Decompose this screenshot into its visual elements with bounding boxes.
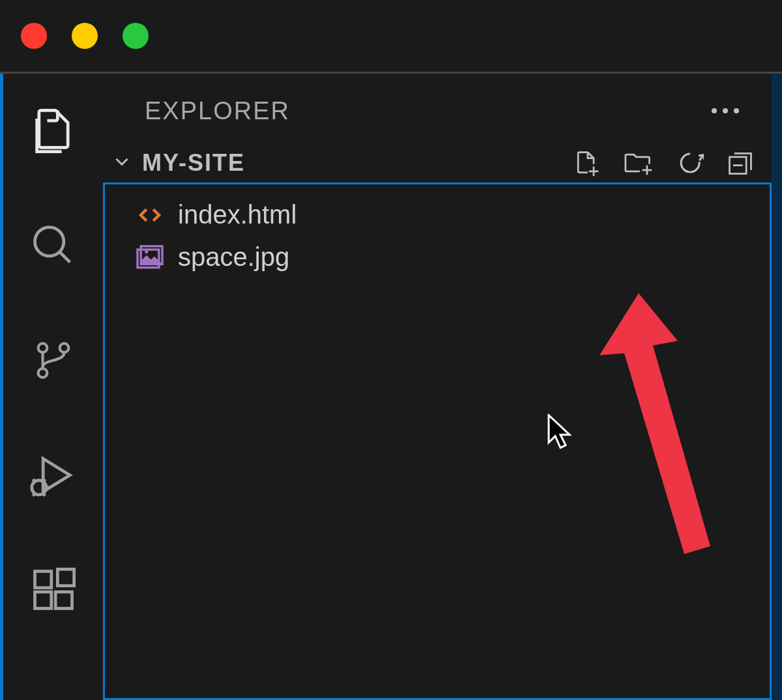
svg-rect-14 xyxy=(35,592,51,608)
svg-point-28 xyxy=(145,250,148,253)
folder-name: MY-SITE xyxy=(142,149,245,177)
title-bar xyxy=(0,0,782,72)
file-item-space-jpg[interactable]: space.jpg xyxy=(105,236,770,278)
collapse-all-icon[interactable] xyxy=(726,149,755,177)
minimize-window-button[interactable] xyxy=(72,23,98,49)
file-list[interactable]: index.html space.jpg xyxy=(103,182,772,700)
window-controls xyxy=(21,23,149,49)
svg-point-3 xyxy=(59,343,68,353)
svg-point-4 xyxy=(38,368,47,377)
sidebar-title: EXPLORER xyxy=(145,97,290,125)
svg-line-1 xyxy=(59,252,70,263)
debug-icon[interactable] xyxy=(29,450,78,500)
new-file-icon[interactable] xyxy=(572,149,601,177)
folder-header[interactable]: MY-SITE xyxy=(103,143,772,182)
svg-line-10 xyxy=(43,479,45,481)
file-name-label: index.html xyxy=(178,200,297,229)
svg-point-18 xyxy=(723,108,728,113)
sidebar: EXPLORER MY-SITE xyxy=(103,74,782,700)
svg-point-0 xyxy=(35,227,63,256)
new-folder-icon[interactable] xyxy=(623,149,654,177)
maximize-window-button[interactable] xyxy=(123,23,149,49)
search-icon[interactable] xyxy=(29,221,78,270)
svg-rect-15 xyxy=(55,592,72,608)
source-control-icon[interactable] xyxy=(29,336,78,385)
folder-actions xyxy=(572,149,761,177)
sidebar-header: EXPLORER xyxy=(103,74,772,143)
chevron-down-icon xyxy=(111,151,133,175)
svg-point-17 xyxy=(712,108,717,113)
close-window-button[interactable] xyxy=(21,23,47,49)
extensions-icon[interactable] xyxy=(29,565,78,615)
image-icon xyxy=(136,245,164,270)
svg-line-12 xyxy=(43,494,45,496)
refresh-icon[interactable] xyxy=(676,149,704,177)
svg-rect-13 xyxy=(35,572,51,588)
svg-point-19 xyxy=(734,108,739,113)
svg-rect-16 xyxy=(57,569,74,585)
file-name-label: space.jpg xyxy=(178,242,289,272)
html-icon xyxy=(136,201,164,229)
files-icon[interactable] xyxy=(29,106,78,156)
svg-line-9 xyxy=(33,479,35,481)
svg-line-11 xyxy=(33,494,35,496)
svg-point-2 xyxy=(38,343,47,353)
activity-bar xyxy=(0,74,103,700)
more-icon[interactable] xyxy=(710,106,740,117)
main-area: EXPLORER MY-SITE xyxy=(0,72,782,700)
file-item-index-html[interactable]: index.html xyxy=(105,194,770,236)
